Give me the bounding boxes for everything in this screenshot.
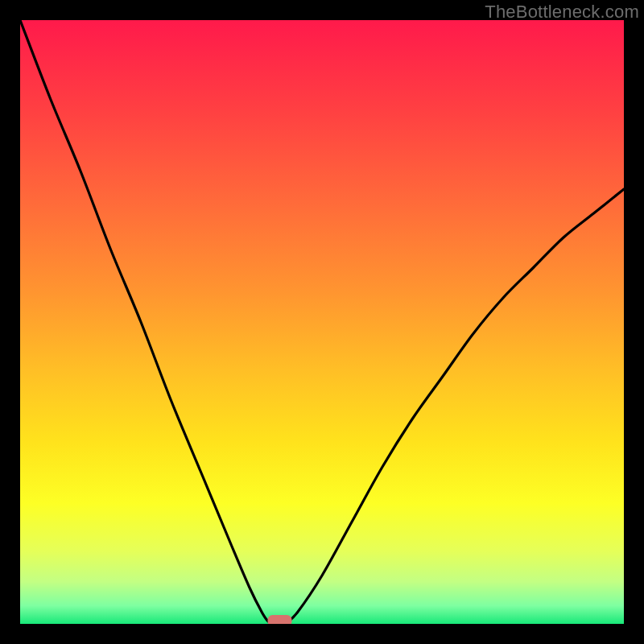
gradient-background	[20, 20, 624, 624]
bottleneck-chart	[20, 20, 624, 624]
watermark-text: TheBottleneck.com	[485, 2, 639, 23]
chart-frame	[20, 20, 624, 624]
optimal-point-marker	[268, 615, 292, 624]
